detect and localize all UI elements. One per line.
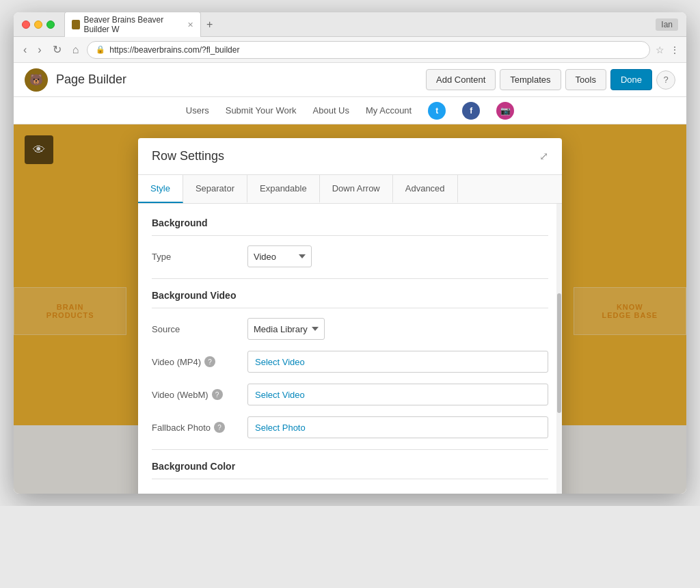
modal-header: Row Settings ⤢ xyxy=(138,138,562,175)
bookmark-icon[interactable]: ☆ xyxy=(656,44,664,55)
twitter-icon[interactable]: t xyxy=(428,102,446,120)
home-button[interactable]: ⌂ xyxy=(70,42,82,57)
section-divider-1 xyxy=(152,278,548,279)
instagram-icon[interactable]: 📷 xyxy=(496,102,514,120)
type-row: Type Video None Color Gradient Photo Par… xyxy=(152,245,548,267)
tab-title: Beaver Brains Beaver Builder W xyxy=(84,15,180,34)
tab-favicon xyxy=(72,20,80,29)
browser-titlebar: Beaver Brains Beaver Builder W ✕ + Ian xyxy=(14,12,686,37)
video-mp4-select-link[interactable]: Select Video xyxy=(247,351,548,373)
templates-button[interactable]: Templates xyxy=(500,69,561,90)
browser-menu-icon[interactable]: ⋮ xyxy=(670,44,679,55)
video-mp4-label-text: Video (MP4) xyxy=(152,357,201,367)
site-nav: Users Submit Your Work About Us My Accou… xyxy=(14,97,686,124)
source-select[interactable]: Media Library URL xyxy=(247,318,325,340)
nav-item-users[interactable]: Users xyxy=(186,105,209,116)
type-select[interactable]: Video None Color Gradient Photo Parallax… xyxy=(247,245,312,267)
fallback-photo-row: Fallback Photo ? Select Photo xyxy=(152,416,548,438)
url-text: https://beaverbrains.com/?fl_builder xyxy=(109,45,239,55)
source-label: Source xyxy=(152,324,247,334)
browser-tab-area: Beaver Brains Beaver Builder W ✕ + xyxy=(64,12,651,37)
forward-button[interactable]: › xyxy=(35,42,44,57)
minimize-window-button[interactable] xyxy=(34,21,42,29)
tab-style[interactable]: Style xyxy=(138,175,183,203)
scrollbar-track[interactable] xyxy=(556,204,562,494)
modal-tabs: Style Separator Expandable Down Arrow Ad… xyxy=(138,175,562,204)
browser-window: Beaver Brains Beaver Builder W ✕ + Ian ‹… xyxy=(14,12,686,494)
address-bar[interactable]: 🔒 https://beaverbrains.com/?fl_builder xyxy=(87,41,650,59)
video-webm-help-icon[interactable]: ? xyxy=(212,389,223,400)
video-webm-label-text: Video (WebM) xyxy=(152,390,208,400)
nav-item-account[interactable]: My Account xyxy=(366,105,412,116)
video-mp4-label-container: Video (MP4) ? xyxy=(152,356,247,367)
add-content-button[interactable]: Add Content xyxy=(426,69,496,90)
type-select-wrapper: Video None Color Gradient Photo Parallax… xyxy=(247,245,548,267)
video-webm-label-group: Video (WebM) ? xyxy=(152,389,247,400)
background-color-heading: Background Color xyxy=(152,461,548,479)
back-button[interactable]: ‹ xyxy=(21,42,29,57)
tab-close-button[interactable]: ✕ xyxy=(187,21,193,29)
video-webm-select-link[interactable]: Select Video xyxy=(247,384,548,405)
source-select-wrapper: Media Library URL xyxy=(247,318,548,340)
close-window-button[interactable] xyxy=(22,21,30,29)
section-divider-2 xyxy=(152,449,548,450)
facebook-icon[interactable]: f xyxy=(462,102,480,120)
done-button[interactable]: Done xyxy=(610,69,652,90)
modal-body: Background Type Video None Color Gradien… xyxy=(138,204,562,494)
video-webm-row: Video (WebM) ? Select Video xyxy=(152,384,548,405)
help-button[interactable]: ? xyxy=(656,70,675,90)
fallback-photo-label-container: Fallback Photo ? xyxy=(152,422,247,433)
background-section-heading: Background xyxy=(152,217,548,236)
modal-expand-button[interactable]: ⤢ xyxy=(539,150,548,163)
source-row: Source Media Library URL xyxy=(152,318,548,340)
fallback-photo-label-text: Fallback Photo xyxy=(152,423,211,433)
tab-advanced[interactable]: Advanced xyxy=(393,175,458,203)
pb-logo-text: 🐻 xyxy=(29,73,43,86)
tab-expandable[interactable]: Expandable xyxy=(247,175,320,203)
reload-button[interactable]: ↻ xyxy=(50,42,64,57)
video-mp4-help-icon[interactable]: ? xyxy=(204,356,215,367)
video-mp4-label-group: Video (MP4) ? xyxy=(152,356,247,367)
tab-separator[interactable]: Separator xyxy=(183,175,247,203)
nav-item-about[interactable]: About Us xyxy=(313,105,349,116)
maximize-window-button[interactable] xyxy=(46,21,55,29)
modal-title: Row Settings xyxy=(152,149,224,163)
fallback-photo-select-link[interactable]: Select Photo xyxy=(247,416,548,438)
background-video-heading: Background Video xyxy=(152,290,548,308)
lock-icon: 🔒 xyxy=(96,45,105,54)
browser-user-label: Ian xyxy=(656,18,678,31)
browser-addressbar: ‹ › ↻ ⌂ 🔒 https://beaverbrains.com/?fl_b… xyxy=(14,37,686,63)
tab-down-arrow[interactable]: Down Arrow xyxy=(320,175,393,203)
tools-button[interactable]: Tools xyxy=(565,69,606,90)
pb-logo: 🐻 xyxy=(25,68,48,92)
modal-overlay: Row Settings ⤢ Style Separator Expandabl… xyxy=(14,124,686,494)
nav-item-submit[interactable]: Submit Your Work xyxy=(226,105,297,116)
row-settings-modal: Row Settings ⤢ Style Separator Expandabl… xyxy=(138,138,562,494)
new-tab-button[interactable]: + xyxy=(204,18,215,31)
page-builder-title: Page Builder xyxy=(56,72,126,87)
page-content: 👁 Gen site Search BRAIN PRODUCTS KNOW LE… xyxy=(14,124,686,494)
fallback-photo-label-group: Fallback Photo ? xyxy=(152,422,247,433)
pb-actions: Add Content Templates Tools Done ? xyxy=(426,69,675,90)
type-label: Type xyxy=(152,252,247,262)
fallback-photo-help-icon[interactable]: ? xyxy=(214,422,225,433)
video-webm-label-container: Video (WebM) ? xyxy=(152,389,247,400)
browser-tab-active[interactable]: Beaver Brains Beaver Builder W ✕ xyxy=(64,12,201,37)
help-icon: ? xyxy=(663,75,668,85)
page-builder-bar: 🐻 Page Builder Add Content Templates Too… xyxy=(14,63,686,97)
scrollbar-thumb[interactable] xyxy=(557,293,561,413)
video-mp4-row: Video (MP4) ? Select Video xyxy=(152,351,548,373)
